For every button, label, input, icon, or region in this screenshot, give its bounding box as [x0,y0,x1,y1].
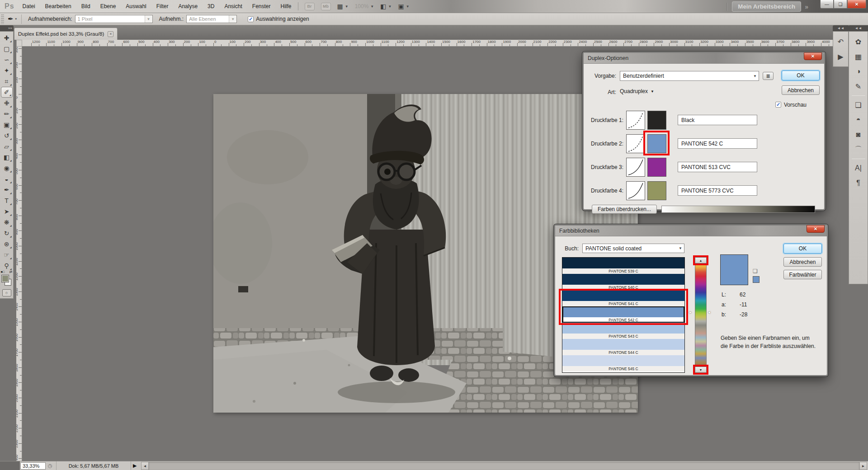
ink-curve-thumbnail-4[interactable] [626,181,645,200]
preset-list-button[interactable]: ≣ [763,72,774,80]
clone-stamp-tool[interactable]: ▣◢ [1,119,13,130]
eraser-tool[interactable]: ▱◢ [1,141,13,152]
status-zoom-field[interactable]: 33,33% [20,462,46,470]
arrange-documents-dropdown[interactable]: ◧▼ [380,3,392,10]
dock-inner-collapse-header[interactable]: ◄◄ [833,25,849,31]
toolbox-collapse-header[interactable]: »» [0,25,14,31]
ink-name-field-4[interactable]: PANTONE 5773 CVC [678,185,757,196]
dock-outer-collapse-header[interactable]: ◄◄ [849,25,868,31]
masks-panel-icon[interactable]: ◙ [852,128,865,141]
book-select[interactable]: PANTONE solid coated▼ [582,244,684,253]
default-colors-icon[interactable]: ■□ [1,270,5,273]
swap-colors-icon[interactable]: ⇄ [9,270,13,274]
workspace-overflow-chevron[interactable]: » [805,3,808,10]
vertical-ruler[interactable]: 3002001000100200300400500600700800900100… [16,47,22,461]
hue-scroll-down-button[interactable]: ▼ [695,367,707,373]
move-tool[interactable]: ✚◢ [1,33,13,43]
show-sampling-ring-checkbox[interactable]: ✓ [248,16,254,22]
ink-curve-thumbnail-3[interactable] [626,158,645,177]
sample-size-select[interactable]: 1 Pixel▼ [75,15,153,23]
pantone-swatch-pantone-541-c[interactable]: PANTONE 541 C [562,290,684,306]
color-panel-icon[interactable]: ✿ [852,35,865,48]
bridge-launch-button[interactable]: Br [305,3,315,10]
menu-analyse[interactable]: Analyse [178,3,198,9]
hue-scroll-up-button[interactable]: ▲ [695,257,707,263]
menu-fenster[interactable]: Fenster [252,3,271,9]
gamut-color-swatch[interactable] [753,276,760,283]
3d-orbit-tool[interactable]: ⊛◢ [1,239,13,249]
brushes-panel-icon[interactable]: ✎ [852,80,865,93]
type-tool[interactable]: T◢ [1,195,13,206]
preset-select[interactable]: Benutzerdefiniert▼ [620,71,759,81]
menu-bild[interactable]: Bild [81,3,90,9]
duplex-cancel-button[interactable]: Abbrechen [782,85,820,95]
menu-filter[interactable]: Filter [156,3,169,9]
menu-auswahl[interactable]: Auswahl [126,3,146,9]
dodge-tool[interactable]: ◒◢ [1,174,13,184]
ink-color-swatch-4[interactable] [647,181,666,200]
status-menu-arrow-icon[interactable]: ▶ [133,463,137,469]
color-picker-button[interactable]: Farbwähler [783,270,822,279]
horizontal-ruler[interactable]: 1200110010009008007006005004003002001000… [16,40,868,47]
options-bar-grip[interactable] [1,14,4,24]
pantone-swatch-pantone-539-c[interactable]: PANTONE 539 C [562,258,684,274]
screen-mode-dropdown[interactable]: ▣▼ [398,3,409,10]
window-close-button[interactable]: ✕ [847,0,866,9]
library-cancel-button[interactable]: Abbrechen [783,257,822,267]
hscroll-right-arrow[interactable]: ► [859,462,867,470]
ink-curve-thumbnail-1[interactable] [626,111,645,130]
pantone-swatch-pantone-540-c[interactable]: PANTONE 540 C [562,274,684,290]
layers-panel-icon[interactable]: ❏ [852,98,865,112]
window-restore-button[interactable]: ❏ [834,0,847,9]
pantone-swatch-pantone-545-c[interactable]: PANTONE 545 C [562,355,684,371]
gamut-warning-cube-icon[interactable]: ❏ [753,268,758,274]
ink-curve-thumbnail-2[interactable] [626,134,645,153]
swatches-panel-icon[interactable]: ▦ [852,50,865,63]
workspace-button[interactable]: Mein Arbeitsbereich [732,1,801,12]
pen-tool[interactable]: ✒◢ [1,184,13,195]
menu-3d[interactable]: 3D [208,3,214,9]
custom-shape-tool[interactable]: ❋◢ [1,217,13,228]
duplex-dialog-close-button[interactable]: ✕ [804,52,822,60]
overprint-colors-button[interactable]: Farben überdrucken... [592,205,657,214]
paths-panel-icon[interactable]: ⌒ [852,143,865,156]
paint-bucket-tool[interactable]: ◧◢ [1,152,13,163]
ink-name-field-2[interactable]: PANTONE 542 C [678,138,757,149]
ink-color-swatch-3[interactable] [647,158,666,177]
hscroll-left-arrow[interactable]: ◄ [141,462,149,470]
menu-ebene[interactable]: Ebene [100,3,116,9]
status-doc-size[interactable]: Dok: 5,67 MB/5,67 MB [56,461,131,470]
sample-layers-select[interactable]: Alle Ebenen▼ [186,15,237,23]
library-ok-button[interactable]: OK [783,244,822,254]
hue-marker-left[interactable]: ▸ [689,310,692,315]
preview-checkbox[interactable]: ✓ [775,102,781,108]
adjustments-panel-icon[interactable]: ◑ [852,65,865,78]
crop-tool[interactable]: ⌗◢ [1,76,13,87]
hscroll-track[interactable] [149,462,859,470]
ink-color-swatch-1[interactable] [647,111,666,130]
view-extras-dropdown[interactable]: ▦▼ [337,3,349,10]
path-selection-tool[interactable]: ➤◢ [1,206,13,217]
ink-name-field-3[interactable]: PANTONE 513 CVC [678,162,757,172]
duplex-ok-button[interactable]: OK [782,70,820,80]
duplex-dialog-titlebar[interactable]: Duplex-Optionen ✕ [584,53,824,64]
library-dialog-close-button[interactable]: ✕ [807,225,825,233]
actions-panel-icon[interactable]: ▶ [834,50,848,63]
menu-hilfe[interactable]: Hilfe [280,3,291,9]
window-minimize-button[interactable]: — [820,0,834,9]
pantone-swatch-pantone-542-c[interactable]: PANTONE 542 C [562,306,684,323]
healing-brush-tool[interactable]: ✙◢ [1,98,13,108]
mobile-launch-button[interactable]: Mb [321,3,331,10]
hue-slider[interactable] [695,263,707,367]
hand-tool[interactable]: ☞◢ [1,249,13,260]
menu-datei[interactable]: Datei [23,3,35,9]
menu-ansicht[interactable]: Ansicht [224,3,242,9]
pantone-swatch-pantone-544-c[interactable]: PANTONE 544 C [562,339,684,355]
channels-panel-icon[interactable]: ◓ [852,113,865,127]
foreground-color-swatch[interactable] [1,275,9,282]
menu-bearbeiten[interactable]: Bearbeiten [45,3,71,9]
quick-mask-button[interactable]: ○ [2,289,11,296]
character-panel-icon[interactable]: A| [852,161,865,175]
document-tab[interactable]: Duplex Effekt.psd bei 33,3% (Grau/8) × [14,28,118,40]
document-tab-close-icon[interactable]: × [108,31,113,37]
